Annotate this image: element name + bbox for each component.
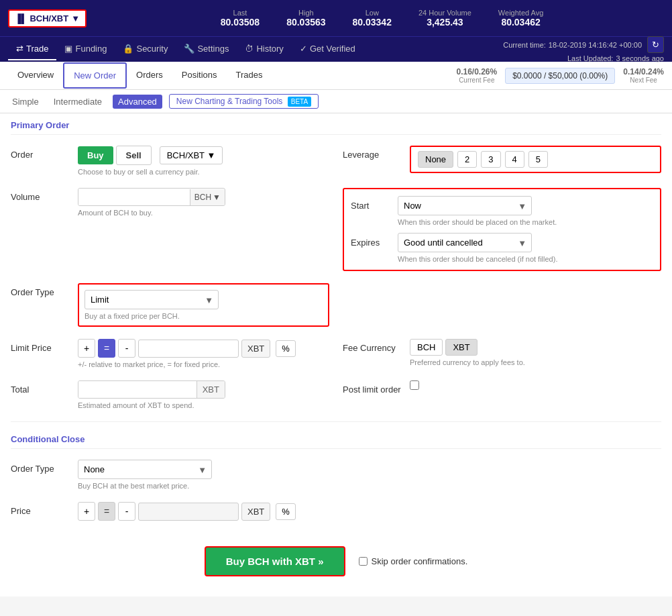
mode-advanced[interactable]: Advanced	[113, 95, 162, 109]
cond-pct-button[interactable]: %	[276, 503, 296, 520]
nav-tab-getverified[interactable]: ✓ Get Verified	[292, 38, 363, 60]
total-content: XBT Estimated amount of XBT to spend.	[78, 380, 329, 409]
pair-button[interactable]: BCH/XBT ▼	[160, 146, 223, 164]
nav-bar: ⇄ Trade ▣ Funding 🔒 Security 🔧 Settings …	[0, 36, 672, 62]
refresh-button[interactable]: ↻	[647, 36, 664, 53]
submit-button[interactable]: Buy BCH with XBT »	[205, 546, 345, 576]
mode-simple[interactable]: Simple	[8, 95, 43, 108]
order-type-select[interactable]: Limit	[85, 290, 219, 309]
start-expires-right: Start Now ▼ When this order should be pl…	[343, 188, 661, 271]
sell-button[interactable]: Sell	[116, 146, 152, 165]
fee-xbt-button[interactable]: XBT	[445, 339, 477, 356]
nav-tab-settings[interactable]: 🔧 Settings	[176, 38, 237, 60]
stat-last-label: Last	[221, 9, 260, 17]
leverage-none[interactable]: None	[418, 151, 453, 168]
stat-wavg-value: 80.03462	[498, 17, 543, 28]
nav-tab-funding[interactable]: ▣ Funding	[56, 38, 115, 60]
cond-order-type-label: Order Type	[11, 460, 78, 474]
last-updated-label: Last Updated:	[567, 54, 614, 62]
post-limit-checkbox[interactable]	[410, 380, 419, 390]
cond-price-input[interactable]	[138, 503, 239, 521]
post-limit-content	[410, 380, 661, 390]
limit-price-left: Limit Price + = - XBT % +/- relative to …	[11, 339, 329, 368]
symbol-button[interactable]: ▐▌ BCH/XBT ▼	[8, 9, 87, 28]
order-buttons: Buy Sell BCH/XBT ▼	[78, 146, 329, 165]
leverage-4[interactable]: 4	[505, 151, 524, 168]
limit-minus-button[interactable]: -	[118, 339, 135, 358]
cond-order-type-select-wrapper: None ▼	[78, 460, 212, 479]
limit-plus-button[interactable]: +	[78, 339, 95, 358]
fee-current-label: Current Fee	[456, 76, 497, 84]
volume-input[interactable]	[78, 189, 190, 205]
start-select[interactable]: Now	[398, 196, 532, 215]
mode-intermediate[interactable]: Intermediate	[50, 95, 106, 108]
leverage-2[interactable]: 2	[457, 151, 477, 168]
stat-low: Low 80.03342	[353, 9, 392, 28]
skip-confirm-checkbox[interactable]	[359, 557, 368, 566]
nav-tab-history[interactable]: ⏱ History	[237, 38, 291, 60]
stat-volume: 24 Hour Volume 3,425.43	[418, 9, 471, 28]
leverage-5[interactable]: 5	[528, 151, 548, 168]
limit-equals-button[interactable]: =	[98, 339, 115, 358]
sub-tab-overview[interactable]: Overview	[8, 63, 63, 88]
sub-tab-positions[interactable]: Positions	[172, 63, 227, 88]
cond-order-type-row: Order Type None ▼ Buy BCH at the best ma…	[11, 460, 661, 490]
cond-price-currency: XBT	[241, 503, 270, 521]
nav-tab-trade[interactable]: ⇄ Trade	[8, 38, 56, 60]
volume-start-row: Volume BCH ▼ Amount of BCH to buy. Start	[11, 188, 661, 271]
total-input[interactable]	[78, 381, 197, 398]
start-row: Start Now ▼	[351, 196, 653, 215]
buy-button[interactable]: Buy	[78, 146, 113, 164]
stat-volume-label: 24 Hour Volume	[418, 9, 471, 17]
new-charting-button[interactable]: New Charting & Trading Tools BETA	[169, 94, 319, 109]
last-updated-value: 3 seconds ago	[616, 54, 664, 62]
sub-tab-orders[interactable]: Orders	[127, 63, 172, 88]
submit-row: Buy BCH with XBT » Skip order confirmati…	[11, 533, 661, 583]
nav-tab-security[interactable]: 🔒 Security	[115, 38, 176, 60]
limit-price-input[interactable]	[138, 340, 239, 358]
volume-input-group: BCH ▼	[78, 188, 225, 206]
expires-row: Expires Good until cancelled ▼	[351, 233, 653, 252]
sub-nav: Overview New Order Orders Positions Trad…	[0, 62, 672, 90]
conditional-close-section: Conditional Close Order Type None ▼ Buy …	[11, 427, 661, 521]
lock-icon: 🔒	[123, 44, 133, 54]
cond-equals-button[interactable]: =	[98, 502, 115, 521]
total-currency: XBT	[197, 381, 225, 398]
order-type-left: Order Type Limit ▼ Buy at a fixed price …	[11, 283, 329, 327]
sub-tab-trades[interactable]: Trades	[227, 63, 272, 88]
chevron-down-icon: ▼	[71, 13, 80, 23]
order-type-select-wrapper: Limit ▼	[85, 290, 219, 309]
leverage-3[interactable]: 3	[481, 151, 500, 168]
fee-currency-group: BCH XBT	[410, 339, 661, 356]
order-left: Order Buy Sell BCH/XBT ▼ Choose to buy o…	[11, 146, 329, 176]
primary-order-title: Primary Order	[11, 120, 69, 130]
main-content: Primary Order Order Buy Sell BCH/XBT ▼ C…	[0, 113, 672, 597]
leverage-group: None 2 3 4 5	[410, 146, 661, 173]
cond-order-type-content: None ▼ Buy BCH at the best market price.	[78, 460, 329, 490]
volume-currency-select[interactable]: BCH ▼	[190, 189, 225, 205]
cond-order-type-hint: Buy BCH at the best market price.	[78, 482, 329, 490]
start-select-wrapper: Now ▼	[398, 196, 532, 215]
fee-bch-button[interactable]: BCH	[410, 339, 443, 356]
post-limit-checkbox-row	[410, 380, 661, 390]
cond-plus-button[interactable]: +	[78, 502, 95, 521]
cond-minus-button[interactable]: -	[118, 502, 135, 521]
limit-fee-row: Limit Price + = - XBT % +/- relative to …	[11, 339, 661, 368]
stat-last: Last 80.03508	[221, 9, 260, 28]
cond-order-type-select[interactable]: None	[78, 460, 212, 479]
fee-currency-label: Fee Currency	[343, 339, 410, 353]
limit-pct-button[interactable]: %	[276, 340, 296, 357]
stat-high-value: 80.03563	[286, 17, 325, 28]
total-hint: Estimated amount of XBT to spend.	[78, 401, 329, 409]
volume-left: Volume BCH ▼ Amount of BCH to buy.	[11, 188, 329, 217]
order-label: Order	[11, 146, 78, 160]
current-time-value: 18-02-2019 14:16:42 +00:00	[549, 41, 642, 49]
order-hint: Choose to buy or sell a currency pair.	[78, 168, 329, 176]
expires-select[interactable]: Good until cancelled	[398, 233, 532, 252]
sub-tab-neworder[interactable]: New Order	[63, 62, 127, 89]
start-label: Start	[351, 201, 398, 211]
conditional-close-title: Conditional Close	[11, 434, 85, 444]
fee-currency-content: BCH XBT Preferred currency to apply fees…	[410, 339, 661, 366]
fee-currency-hint: Preferred currency to apply fees to.	[410, 358, 661, 366]
expires-hint: When this order should be canceled (if n…	[398, 255, 653, 263]
